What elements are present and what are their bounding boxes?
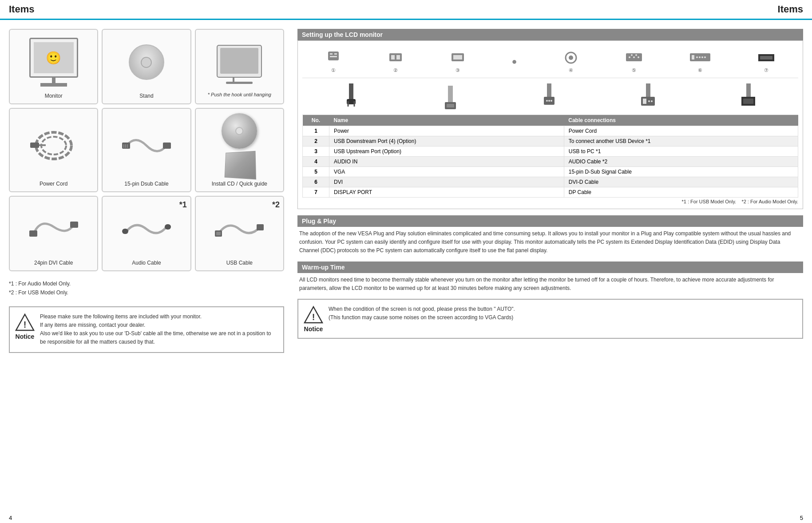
cable-img-1 xyxy=(345,83,358,110)
svg-rect-9 xyxy=(163,143,171,149)
svg-rect-15 xyxy=(122,229,128,234)
lcd-setup-box: ① ② ③ ● xyxy=(297,40,803,209)
warning-triangle-icon: ! xyxy=(15,313,35,332)
svg-point-43 xyxy=(701,56,703,58)
port-separator-1: ● xyxy=(512,56,517,67)
svg-rect-8 xyxy=(122,143,130,149)
table-cell-cable: 15-pin D-Sub Signal Cable xyxy=(564,167,798,177)
right-notice-icon: ! Notice xyxy=(304,305,323,333)
svg-point-63 xyxy=(651,100,653,102)
port-4: ④ xyxy=(563,50,579,73)
svg-rect-6 xyxy=(30,143,39,148)
svg-point-32 xyxy=(569,55,573,60)
cable-img-3 xyxy=(543,83,556,110)
page-title-right: Items xyxy=(406,4,804,15)
left-notice-icon: ! Notice xyxy=(15,313,35,340)
svg-rect-53 xyxy=(447,104,454,107)
page-num-right: 5 xyxy=(800,515,803,521)
footer: 4 5 xyxy=(0,513,812,523)
port-1: ① xyxy=(325,50,341,73)
svg-rect-14 xyxy=(70,222,78,228)
svg-point-37 xyxy=(631,54,633,56)
right-panel: Setting up the LCD monitor ① ② xyxy=(297,29,803,504)
svg-rect-13 xyxy=(29,230,37,237)
svg-rect-40 xyxy=(692,55,694,59)
port-5: ⑤ xyxy=(625,50,643,73)
table-cell-name: Power xyxy=(329,126,564,136)
lcd-setup-header: Setting up the LCD monitor xyxy=(297,29,803,40)
item-usb-label: USB Cable xyxy=(226,260,253,266)
svg-point-35 xyxy=(633,56,635,58)
svg-rect-61 xyxy=(643,99,646,104)
table-row: 6 DVI DVI-D Cable xyxy=(303,177,798,187)
svg-rect-1 xyxy=(220,48,258,74)
svg-point-41 xyxy=(696,56,698,58)
audio-cable-illustration xyxy=(107,201,186,257)
svg-rect-25 xyxy=(330,56,337,57)
plug-play-body: The adoption of the new VESA Plug and Pl… xyxy=(297,230,803,255)
warmup-section: Warm-up Time All LCD monitors need time … xyxy=(297,262,803,293)
cable-table: No. Name Cable connections 1 Power Power… xyxy=(302,115,798,198)
svg-rect-30 xyxy=(453,55,462,59)
table-cell-no: 7 xyxy=(303,187,329,198)
svg-rect-23 xyxy=(330,53,333,55)
dsub-cable-illustration xyxy=(107,113,186,178)
plug-play-section: Plug & Play The adoption of the new VESA… xyxy=(297,215,803,255)
warmup-header: Warm-up Time xyxy=(297,262,803,273)
item-monitor-label: Monitor xyxy=(45,93,63,99)
item-dvi-label: 24pin DVI Cable xyxy=(34,260,73,266)
table-cell-cable: DVI-D Cable xyxy=(564,177,798,187)
audio-cable-asterisk: *1 xyxy=(179,200,187,210)
svg-point-36 xyxy=(638,56,639,58)
table-cell-no: 2 xyxy=(303,136,329,147)
table-cell-no: 1 xyxy=(303,126,329,136)
footnote-2: *2 : For USB Model Only. xyxy=(9,288,284,297)
table-cell-no: 6 xyxy=(303,177,329,187)
table-footnotes: *1 : For USB Model Only. *2 : For Audio … xyxy=(302,199,798,204)
cable-img-5 xyxy=(741,83,756,110)
item-stand-label: Stand xyxy=(139,93,153,99)
cable-img-4 xyxy=(640,83,656,110)
item-power-cord-label: Power Cord xyxy=(40,181,67,187)
footnotes: *1 : For Audio Model Only. *2 : For USB … xyxy=(9,279,284,297)
svg-rect-16 xyxy=(165,224,171,230)
stand-illustration xyxy=(107,34,186,90)
push-hook-illustration xyxy=(200,34,279,92)
port-6: ⑥ xyxy=(689,50,711,73)
warmup-body: All LCD monitors need time to become the… xyxy=(297,276,803,293)
svg-rect-59 xyxy=(646,83,650,97)
left-notice-box: ! Notice Please make sure the following … xyxy=(9,306,284,353)
lcd-setup-section: Setting up the LCD monitor ① ② xyxy=(297,29,803,209)
item-dsub-cable: 15-pin Dsub Cable xyxy=(102,108,191,192)
dvi-cable-illustration xyxy=(14,201,93,257)
table-cell-cable: Power Cord xyxy=(564,126,798,136)
right-warning-triangle-icon: ! xyxy=(304,305,323,325)
right-notice-label: Notice xyxy=(304,325,323,333)
item-cd-label: Install CD / Quick guide xyxy=(212,181,267,187)
svg-rect-66 xyxy=(743,99,753,104)
table-header-no: No. xyxy=(303,115,329,126)
item-dvi-cable: 24pin DVI Cable xyxy=(9,196,98,271)
svg-rect-19 xyxy=(257,224,264,230)
svg-point-42 xyxy=(699,56,701,58)
svg-text:!: ! xyxy=(312,312,315,322)
page-title-left: Items xyxy=(9,4,406,15)
item-stand: Stand xyxy=(102,29,191,104)
svg-rect-2 xyxy=(233,77,234,82)
table-header-name: Name xyxy=(329,115,564,126)
footnote-1: *1 : For Audio Model Only. xyxy=(9,279,284,288)
cable-img-2 xyxy=(443,83,458,110)
left-notice-label: Notice xyxy=(16,333,35,340)
svg-rect-18 xyxy=(216,232,221,235)
svg-rect-51 xyxy=(448,86,453,103)
usb-cable-illustration xyxy=(200,201,279,257)
table-cell-name: VGA xyxy=(329,167,564,177)
table-cell-name: USB Downstream Port (4) (Option) xyxy=(329,136,564,147)
table-footnote-2: *2 : For Audio Model Only. xyxy=(741,199,798,204)
svg-rect-3 xyxy=(226,82,253,84)
svg-rect-47 xyxy=(349,83,353,99)
item-dsub-label: 15-pin Dsub Cable xyxy=(124,181,168,187)
table-cell-no: 3 xyxy=(303,147,329,157)
svg-text:!: ! xyxy=(24,320,27,329)
right-notice-text: When the condition of the screen is not … xyxy=(329,305,515,322)
